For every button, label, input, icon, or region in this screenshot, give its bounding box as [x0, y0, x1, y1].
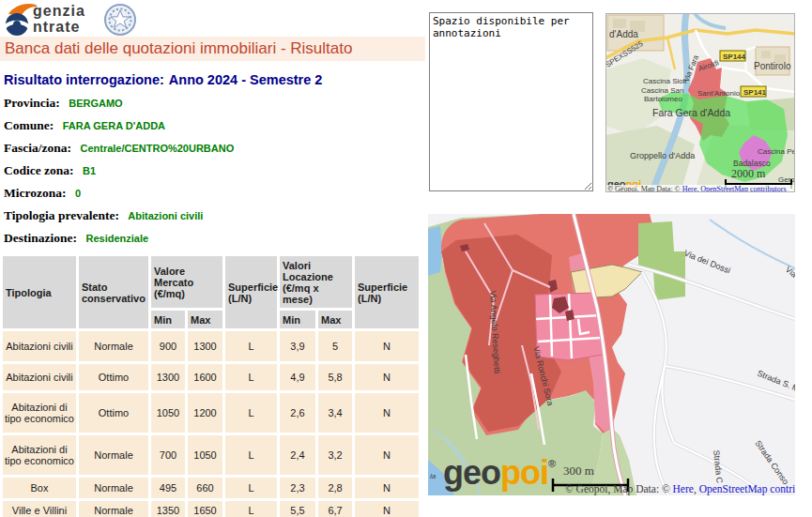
cell-vm-min: 495 — [151, 478, 185, 498]
field-destinazione: Destinazione: Residenziale — [4, 231, 425, 245]
field-fascia-zona: Fascia/zona: Centrale/CENTRO%20URBANO — [4, 141, 425, 155]
cell-vl-max: 3,4 — [318, 393, 352, 433]
cell-vm-min: 1300 — [151, 364, 185, 390]
table-row: Box Normale 495 660 L 2,3 2,8 N — [3, 478, 419, 498]
page-title: Banca dati delle quotazioni immobiliari … — [0, 37, 425, 61]
col-header-vm-min: Min — [151, 311, 185, 328]
cell-sup2: N — [355, 393, 419, 433]
svg-text:Groppello d'Adda: Groppello d'Adda — [630, 151, 695, 160]
field-label: Provincia: — [4, 96, 60, 110]
field-tipologia-prevalente: Tipologia prevalente: Abitazioni civili — [4, 208, 425, 222]
field-label: Fascia/zona: — [4, 141, 71, 155]
logo-text-top: genzia — [33, 3, 85, 19]
cell-sup2: N — [355, 331, 419, 361]
col-header-vl-min: Min — [280, 311, 315, 328]
field-value: Abitazioni civili — [128, 210, 203, 221]
cell-tipologia: Box — [3, 478, 76, 498]
field-label: Codice zona: — [4, 163, 74, 177]
detail-scale-label: 300 m — [563, 464, 594, 478]
cell-sup1: L — [225, 478, 277, 498]
cell-sup2: N — [355, 364, 419, 390]
field-microzona: Microzona: 0 — [4, 186, 425, 200]
cell-sup1: L — [225, 393, 277, 433]
zone-pink-block — [535, 293, 603, 360]
result-heading: Risultato interrogazione:Anno 2024 - Sem… — [4, 72, 425, 87]
cell-vl-max: 6,7 — [318, 501, 352, 517]
table-header-row: Tipologia Stato conservativo Valore Merc… — [3, 256, 419, 308]
cell-sup2: N — [355, 478, 419, 498]
svg-text:Fara Gera d'Adda: Fara Gera d'Adda — [652, 107, 730, 118]
cell-stato: Ottimo — [79, 393, 148, 433]
field-value: Centrale/CENTRO%20URBANO — [80, 143, 234, 154]
cell-tipologia: Abitazioni di tipo economico — [3, 435, 76, 475]
annotations-textarea[interactable]: Spazio disponibile per annotazioni — [429, 12, 593, 191]
result-heading-label: Risultato interrogazione: — [4, 72, 164, 87]
cell-vl-max: 5 — [318, 331, 352, 361]
col-header-superficie-2: Superficie (L/N) — [355, 256, 419, 328]
cell-vm-min: 900 — [151, 331, 185, 361]
cell-vm-max: 660 — [188, 478, 222, 498]
col-header-valore-mercato: Valore Mercato (€/mq) — [151, 256, 222, 308]
agenzia-entrate-logo: genzia ntrate — [0, 0, 425, 37]
result-section: Risultato interrogazione:Anno 2024 - Sem… — [0, 61, 425, 245]
overview-attribution: © Geopoi, Map Data: © Here, OpenStreetMa… — [607, 185, 787, 192]
field-value: Residenziale — [85, 233, 148, 244]
cell-vm-min: 700 — [151, 435, 185, 475]
cell-vl-min: 2,6 — [280, 393, 315, 433]
cell-sup1: L — [225, 435, 277, 475]
cell-vm-max: 1650 — [188, 501, 222, 517]
field-label: Microzona: — [4, 186, 66, 200]
cell-vl-min: 3,9 — [280, 331, 315, 361]
geopoi-logo: geopoi® — [443, 453, 556, 492]
cell-sup2: N — [355, 501, 419, 517]
agenzia-entrate-logo-icon: genzia ntrate — [2, 2, 138, 38]
cell-sup1: L — [225, 364, 277, 390]
svg-text:Bartolomeo: Bartolomeo — [644, 95, 682, 103]
logo-text-bottom: ntrate — [33, 19, 80, 35]
cell-vm-max: 1600 — [188, 364, 222, 390]
svg-text:SP141: SP141 — [743, 88, 767, 97]
road-badge-sp144: SP144 — [720, 51, 746, 61]
overview-scale-label: 2000 m — [731, 167, 766, 180]
svg-text:Cascina Sioli: Cascina Sioli — [643, 77, 686, 85]
cell-vl-min: 2,3 — [280, 478, 315, 498]
table-row: Abitazioni di tipo economico Normale 700… — [3, 435, 419, 475]
field-value: BERGAMO — [69, 98, 122, 109]
field-value: B1 — [83, 165, 96, 176]
quotations-table: Tipologia Stato conservativo Valore Merc… — [0, 253, 421, 517]
cell-vl-max: 2,8 — [318, 478, 352, 498]
cell-stato: Ottimo — [79, 364, 148, 390]
svg-text:d'Adda: d'Adda — [609, 29, 638, 39]
field-value: 0 — [75, 188, 81, 199]
col-header-stato: Stato conservativo — [79, 256, 148, 328]
svg-text:Cascina San: Cascina San — [641, 86, 683, 95]
cell-stato: Normale — [79, 478, 148, 498]
left-column: genzia ntrate Banca dati delle quotazion… — [0, 0, 425, 517]
svg-text:Pontirolo: Pontirolo — [754, 61, 791, 71]
field-codice-zona: Codice zona: B1 — [4, 163, 425, 177]
cell-tipologia: Abitazioni di tipo economico — [3, 393, 76, 433]
field-value: FARA GERA D'ADDA — [63, 120, 165, 131]
svg-text:Sant'Antonio: Sant'Antonio — [697, 89, 741, 98]
cell-sup2: N — [355, 435, 419, 475]
cell-vm-max: 1200 — [188, 393, 222, 433]
cell-tipologia: Ville e Villini — [3, 501, 76, 517]
cell-tipologia: Abitazioni civili — [3, 331, 76, 361]
field-label: Destinazione: — [4, 231, 77, 245]
table-row: Ville e Villini Normale 1350 1650 L 5,5 … — [3, 501, 419, 517]
detail-attribution: © Geopoi, Map Data: © Here, OpenStreetMa… — [565, 483, 795, 495]
cell-vl-max: 5,8 — [318, 364, 352, 390]
svg-text:Gero: Gero — [778, 175, 795, 184]
cell-sup1: L — [225, 331, 277, 361]
cell-vl-min: 5,5 — [280, 501, 315, 517]
cell-vm-max: 1050 — [188, 435, 222, 475]
cell-tipologia: Abitazioni civili — [3, 364, 76, 390]
svg-text:SP144: SP144 — [723, 53, 746, 61]
cell-vl-min: 4,9 — [280, 364, 315, 390]
col-header-superficie-1: Superficie (L/N) — [225, 256, 277, 328]
field-comune: Comune: FARA GERA D'ADDA — [4, 118, 425, 132]
road-badge-sp141: SP141 — [741, 86, 767, 97]
cell-stato: Normale — [79, 331, 148, 361]
table-row: Abitazioni di tipo economico Ottimo 1050… — [3, 393, 419, 433]
field-label: Tipologia prevalente: — [4, 208, 119, 222]
